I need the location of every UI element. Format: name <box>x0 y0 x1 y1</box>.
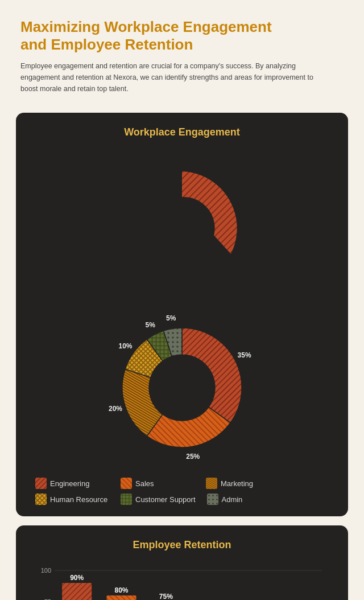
svg-text:90%: 90% <box>70 574 84 582</box>
donut-container: 35%25%20%10%5%5% Engineering <box>30 149 334 505</box>
header: Maximizing Workplace Engagement and Empl… <box>0 0 364 104</box>
legend-icon-hr <box>35 494 47 505</box>
svg-rect-49 <box>35 494 47 505</box>
legend-hr: Human Resource <box>35 494 109 505</box>
legend-icon-admin <box>207 494 218 505</box>
svg-text:10%: 10% <box>118 342 132 350</box>
legend-icon-cs <box>121 494 132 505</box>
svg-rect-56 <box>207 494 218 505</box>
legend-engineering: Engineering <box>35 478 109 489</box>
segment-engineering <box>182 171 237 254</box>
legend-icon-sales <box>121 478 132 489</box>
bar-chart-card: Employee Retention 025507510090%Engineer… <box>16 525 348 600</box>
svg-rect-53 <box>121 494 132 505</box>
svg-text:25%: 25% <box>186 453 200 461</box>
svg-text:75%: 75% <box>159 593 173 600</box>
svg-text:35%: 35% <box>238 352 251 360</box>
donut-chart-final: 35%25%20%10%5%5% <box>102 308 262 467</box>
donut-chart-title: Workplace Engagement <box>30 126 334 138</box>
svg-text:80%: 80% <box>114 586 128 594</box>
bar-chart-svg: 025507510090%Engineering80%Sales75%Marke… <box>30 561 331 600</box>
svg-text:20%: 20% <box>109 405 122 413</box>
chart-legend: Engineering Sales <box>30 478 334 505</box>
svg-rect-41 <box>121 478 132 489</box>
legend-marketing: Marketing <box>206 478 280 489</box>
svg-text:5%: 5% <box>166 314 176 322</box>
page-title: Maximizing Workplace Engagement and Empl… <box>20 18 344 54</box>
svg-text:100: 100 <box>41 567 51 574</box>
legend-cs: Customer Support <box>121 494 196 505</box>
svg-rect-86 <box>107 595 136 600</box>
donut-chart-svg <box>102 149 262 308</box>
bar-chart-container: 025507510090%Engineering80%Sales75%Marke… <box>30 561 334 600</box>
svg-rect-38 <box>35 478 47 489</box>
svg-text:5%: 5% <box>145 321 155 329</box>
svg-rect-83 <box>62 583 92 600</box>
page-subtitle: Employee engagement and retention are cr… <box>20 60 316 94</box>
legend-sales: Sales <box>121 478 195 489</box>
legend-icon-marketing <box>206 478 217 489</box>
legend-icon-engineering <box>35 478 47 489</box>
svg-rect-45 <box>206 478 217 489</box>
donut-chart-card: Workplace Engagement <box>16 113 348 516</box>
legend-admin: Admin <box>207 494 281 505</box>
bar-chart-title: Employee Retention <box>30 539 334 551</box>
